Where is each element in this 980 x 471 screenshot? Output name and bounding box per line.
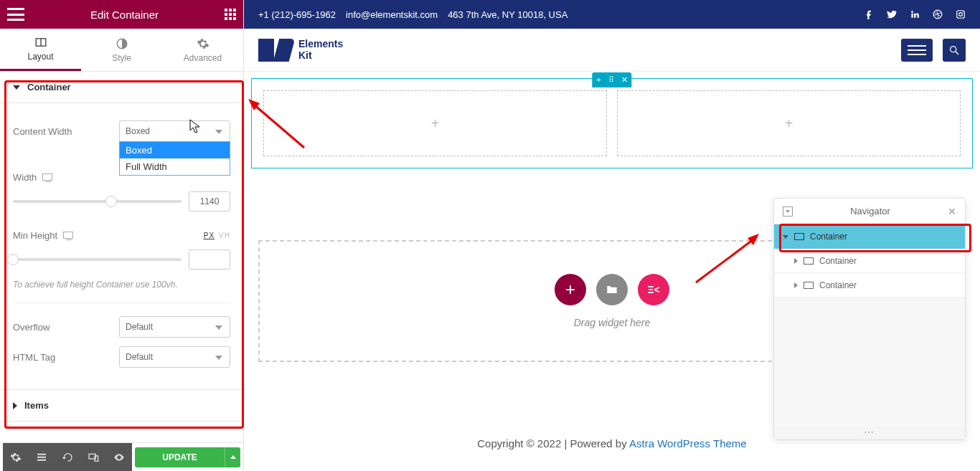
selected-container[interactable]: + ⠿ ✕ + + (251, 78, 973, 168)
twitter-icon[interactable] (887, 9, 897, 19)
caret-right-icon (13, 402, 17, 409)
min-height-slider-row (13, 249, 230, 270)
navigator-header: Navigator ✕ (774, 199, 965, 224)
unit-switcher[interactable]: PXVH (204, 232, 230, 239)
widgets-grid-icon[interactable] (225, 9, 236, 20)
min-height-input[interactable] (189, 249, 230, 270)
dropdown-option-fullwidth[interactable]: Full Width (120, 158, 230, 175)
panel-body: Container Content Width Boxed Boxed Full… (0, 72, 243, 442)
linkedin-icon[interactable] (910, 9, 920, 19)
min-height-label: Min Height (13, 230, 73, 241)
panel-footer: UPDATE (0, 442, 243, 471)
facebook-icon[interactable] (864, 9, 874, 19)
width-input[interactable] (189, 191, 230, 211)
section-container-label: Container (27, 82, 71, 92)
update-dropdown[interactable] (225, 447, 240, 467)
inner-column-1[interactable]: + (263, 90, 607, 156)
logo[interactable]: ElementsKit (258, 39, 343, 62)
dribbble-icon[interactable] (933, 9, 943, 19)
control-content-width: Content Width Boxed Boxed Full Width (13, 120, 230, 142)
update-button[interactable]: UPDATE (135, 447, 225, 467)
nav-item-container-root[interactable]: Container (774, 224, 965, 249)
site-topbar: +1 (212)-695-1962 info@elementskit.com 4… (244, 0, 980, 29)
history-button[interactable] (55, 443, 80, 472)
tab-layout[interactable]: Layout (0, 29, 81, 71)
section-container-content: Content Width Boxed Boxed Full Width Wid… (0, 103, 243, 390)
site-header: ElementsKit (244, 29, 980, 72)
min-height-slider[interactable] (13, 258, 182, 261)
section-items-label: Items (24, 400, 49, 411)
section-container-header[interactable]: Container (0, 72, 243, 103)
html-tag-label: HTML Tag (13, 352, 55, 363)
elementor-left-panel: Edit Container Layout Style Advanced Con… (0, 0, 244, 471)
content-width-select[interactable]: Boxed (119, 120, 230, 142)
svg-rect-6 (957, 11, 965, 19)
navigator-tree: Container Container Container (774, 224, 965, 298)
inner-column-2[interactable]: + (617, 90, 961, 156)
container-toolbar: + ⠿ ✕ (592, 72, 631, 87)
logo-text: ElementsKit (298, 39, 343, 61)
style-icon (116, 37, 128, 50)
add-section-button[interactable]: + (555, 274, 586, 305)
search-button[interactable] (943, 39, 966, 62)
add-widget-icon[interactable]: + (785, 115, 793, 132)
caret-down-icon (13, 85, 20, 90)
slider-thumb[interactable] (105, 196, 117, 207)
responsive-button[interactable] (80, 443, 106, 472)
control-overflow: Overflow Default (13, 316, 230, 338)
drag-handle-icon[interactable]: ⠿ (608, 75, 614, 85)
navigator-button[interactable] (29, 443, 55, 472)
tab-advanced[interactable]: Advanced (162, 29, 243, 71)
html-tag-select[interactable]: Default (119, 346, 230, 368)
caret-down-icon (783, 235, 788, 239)
panel-tabs: Layout Style Advanced (0, 29, 243, 72)
tab-advanced-label: Advanced (184, 53, 222, 63)
svg-point-5 (933, 10, 942, 19)
elementskit-button[interactable]: Ξ< (638, 274, 669, 305)
desktop-icon[interactable] (63, 232, 73, 239)
tab-style-label: Style (112, 53, 131, 63)
hamburger-icon[interactable] (7, 8, 24, 21)
logo-mark-icon (258, 39, 293, 62)
collapse-all-icon[interactable] (783, 206, 793, 217)
svg-line-10 (956, 52, 958, 54)
preview-button[interactable] (106, 443, 132, 472)
desktop-icon[interactable] (42, 173, 52, 181)
instagram-icon[interactable] (956, 9, 966, 19)
panel-header: Edit Container (0, 0, 243, 29)
navigator-resize-handle[interactable]: ⋯ (774, 427, 965, 439)
nav-item-container-child-1[interactable]: Container (774, 249, 965, 273)
menu-button[interactable] (901, 39, 933, 62)
navigator-panel: Navigator ✕ Container Container Containe… (773, 198, 966, 440)
add-icon[interactable]: + (596, 75, 600, 85)
settings-button[interactable] (3, 443, 29, 472)
close-icon[interactable]: ✕ (621, 75, 628, 85)
content-width-label: Content Width (13, 126, 72, 137)
overflow-label: Overflow (13, 322, 50, 333)
width-slider[interactable] (13, 200, 182, 203)
tab-layout-label: Layout (27, 52, 53, 62)
caret-right-icon (794, 258, 798, 264)
tab-style[interactable]: Style (81, 29, 162, 71)
slider-thumb[interactable] (7, 254, 19, 265)
content-width-dropdown: Boxed Full Width (119, 141, 230, 176)
width-label: Width (13, 172, 52, 183)
topbar-email: info@elementskit.com (346, 9, 438, 20)
navigator-title: Navigator (850, 206, 890, 217)
layout-icon (34, 36, 47, 49)
overflow-select[interactable]: Default (119, 316, 230, 338)
template-library-button[interactable] (596, 274, 628, 305)
control-min-height: Min Height PXVH (13, 230, 230, 241)
footer-link[interactable]: Astra WordPress Theme (629, 437, 747, 449)
add-widget-icon[interactable]: + (431, 115, 440, 132)
container-icon (794, 233, 804, 240)
control-html-tag: HTML Tag Default (13, 346, 230, 368)
gear-icon (197, 37, 209, 50)
nav-item-container-child-2[interactable]: Container (774, 273, 965, 298)
topbar-address: 463 7th Ave, NY 10018, USA (448, 9, 567, 20)
width-slider-row (13, 191, 230, 211)
dropdown-option-boxed[interactable]: Boxed (120, 142, 230, 158)
caret-right-icon (794, 282, 798, 288)
section-items-header[interactable]: Items (0, 390, 243, 422)
navigator-close-icon[interactable]: ✕ (948, 206, 956, 217)
